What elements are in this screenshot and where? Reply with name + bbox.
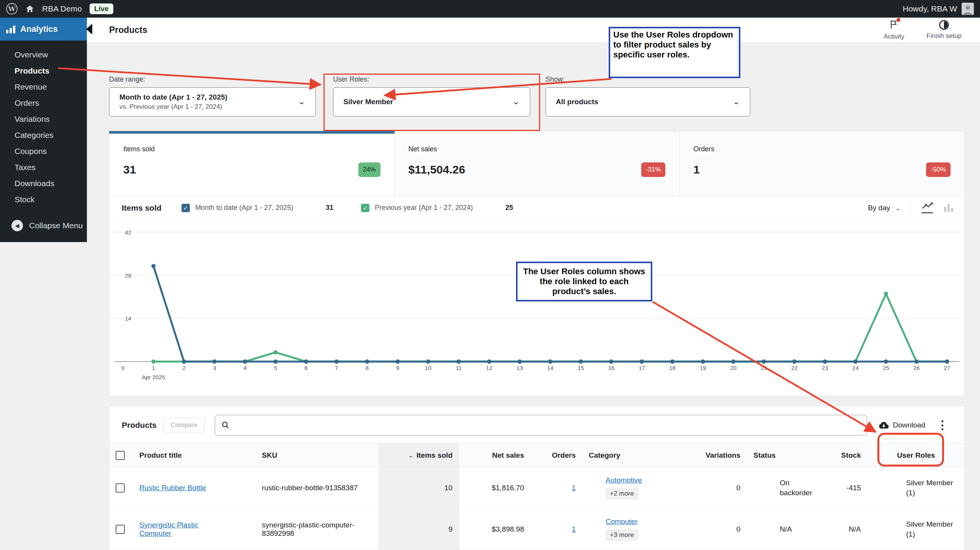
- delta-badge: 24%: [358, 162, 381, 177]
- site-name[interactable]: RBA Demo: [42, 4, 82, 13]
- delta-badge: -31%: [641, 162, 666, 177]
- orders-link[interactable]: 1: [572, 525, 576, 533]
- category-more-chip[interactable]: +2 more: [606, 488, 638, 499]
- tile-value: 1: [693, 163, 700, 176]
- page-header: Products Activity Finish setup: [87, 18, 980, 42]
- bar-chart-icon: [943, 203, 954, 213]
- row-checkbox[interactable]: [116, 525, 125, 534]
- col-variations: Variations: [703, 444, 747, 467]
- svg-text:10: 10: [425, 365, 431, 371]
- legend-total: 31: [326, 204, 333, 212]
- sidebar-item-orders[interactable]: Orders: [0, 95, 87, 111]
- category-link[interactable]: Automotive: [606, 476, 642, 484]
- col-category: Category: [583, 444, 703, 467]
- svg-text:25: 25: [883, 365, 889, 371]
- activity-label: Activity: [884, 33, 904, 41]
- svg-text:2: 2: [182, 365, 185, 371]
- sidebar-section-analytics[interactable]: Analytics: [0, 18, 87, 41]
- svg-text:14: 14: [125, 315, 131, 322]
- activity-button[interactable]: Activity: [884, 20, 904, 41]
- svg-text:27: 27: [944, 365, 951, 371]
- sidebar-item-stock[interactable]: Stock: [0, 192, 87, 208]
- sidebar-item-products[interactable]: Products: [0, 63, 87, 79]
- collapse-menu-button[interactable]: ◀ Collapse Menu: [0, 216, 87, 235]
- chart-legend: ✓ Month to date (Apr 1 - 27, 2025) 31 ✓ …: [181, 204, 541, 212]
- variations-value: 0: [703, 509, 747, 550]
- items-sold-line-chart[interactable]: 1428420123456789101112131415161718192021…: [109, 220, 964, 394]
- tile-items-sold[interactable]: Items sold 31 24%: [109, 131, 395, 196]
- analytics-bars-icon: [6, 25, 15, 33]
- sidebar-item-overview[interactable]: Overview: [0, 47, 87, 63]
- orders-link[interactable]: 1: [572, 484, 576, 492]
- avatar[interactable]: [962, 3, 974, 15]
- sidebar-item-variations[interactable]: Variations: [0, 111, 87, 127]
- sidebar-item-revenue[interactable]: Revenue: [0, 79, 87, 95]
- svg-text:24: 24: [852, 365, 859, 371]
- svg-text:23: 23: [822, 365, 828, 371]
- compare-button[interactable]: Compare: [163, 418, 205, 432]
- bar-chart-type-button[interactable]: [943, 203, 954, 213]
- delta-badge: -50%: [926, 162, 951, 177]
- finish-setup-button[interactable]: Finish setup: [926, 20, 962, 41]
- tile-net-sales[interactable]: Net sales $11,504.26 -31%: [395, 131, 680, 196]
- home-icon[interactable]: [25, 4, 34, 13]
- net-sales-value: $1,816.70: [459, 467, 531, 509]
- items-sold-value: 10: [378, 467, 459, 509]
- sidebar-item-taxes[interactable]: Taxes: [0, 159, 87, 175]
- col-product-title: Product title: [133, 444, 256, 467]
- select-all-checkbox[interactable]: [116, 451, 125, 460]
- page-title: Products: [109, 25, 147, 35]
- svg-text:17: 17: [639, 365, 645, 371]
- chevron-down-icon: ⌄: [732, 98, 740, 106]
- date-range-select[interactable]: Month to date (Apr 1 - 27, 2025) vs. Pre…: [109, 87, 316, 116]
- col-items-sold-sort[interactable]: ⌄Items sold: [378, 444, 459, 467]
- svg-text:13: 13: [516, 365, 523, 371]
- wordpress-icon[interactable]: W: [6, 3, 18, 15]
- line-chart-icon: [921, 202, 933, 211]
- category-more-chip[interactable]: +3 more: [606, 529, 638, 541]
- cloud-download-icon: [879, 421, 889, 429]
- col-orders: Orders: [531, 444, 583, 467]
- svg-text:5: 5: [274, 365, 277, 371]
- howdy-account-link[interactable]: Howdy, RBA W: [903, 4, 957, 13]
- table-search[interactable]: [215, 415, 867, 435]
- show-select[interactable]: All products ⌄: [546, 87, 750, 116]
- live-badge: Live: [90, 3, 113, 14]
- product-title-link[interactable]: Synergistic Plastic Computer: [139, 521, 212, 538]
- tile-value: $11,504.26: [408, 163, 466, 176]
- row-checkbox[interactable]: [116, 483, 125, 493]
- interval-value: By day: [868, 204, 890, 212]
- items-sold-value: 9: [378, 509, 459, 550]
- stock-value: -415: [820, 467, 868, 509]
- svg-text:8: 8: [366, 365, 369, 371]
- svg-text:3: 3: [213, 365, 216, 371]
- legend-checkbox-previous[interactable]: ✓: [361, 204, 369, 212]
- download-button[interactable]: Download: [879, 421, 926, 429]
- status-value: On backorder: [780, 478, 820, 498]
- svg-text:20: 20: [730, 365, 737, 371]
- tile-orders[interactable]: Orders 1 -50%: [679, 131, 965, 196]
- category-link[interactable]: Computer: [606, 517, 637, 525]
- legend-checkbox-current[interactable]: ✓: [181, 204, 190, 212]
- product-title-link[interactable]: Rustic Rubber Bottle: [139, 484, 206, 492]
- line-chart-type-button[interactable]: [921, 202, 933, 213]
- tile-label: Items sold: [123, 145, 381, 153]
- products-table-title: Products: [122, 421, 157, 430]
- annotation-user-roles-dropdown: Use the User Roles dropdown to filter pr…: [609, 27, 740, 78]
- svg-text:18: 18: [669, 365, 676, 371]
- sidebar-item-coupons[interactable]: Coupons: [0, 143, 87, 159]
- sidebar-item-downloads[interactable]: Downloads: [0, 175, 87, 192]
- search-input[interactable]: [234, 421, 861, 429]
- chevron-down-icon: ⌄: [512, 98, 520, 106]
- ellipsis-menu-icon[interactable]: ⋮: [937, 419, 948, 431]
- sidebar-item-categories[interactable]: Categories: [0, 127, 87, 143]
- user-roles-select[interactable]: Silver Member ⌄: [333, 87, 530, 116]
- svg-text:19: 19: [700, 365, 706, 371]
- user-roles-value: Silver Member: [343, 98, 393, 106]
- interval-select[interactable]: By day ⌄: [868, 203, 901, 213]
- svg-text:12: 12: [486, 365, 493, 371]
- stock-value: N/A: [820, 509, 868, 550]
- date-range-value: Month to date (Apr 1 - 27, 2025): [119, 93, 227, 101]
- svg-text:11: 11: [456, 365, 462, 371]
- chevron-down-icon: ⌄: [895, 204, 901, 211]
